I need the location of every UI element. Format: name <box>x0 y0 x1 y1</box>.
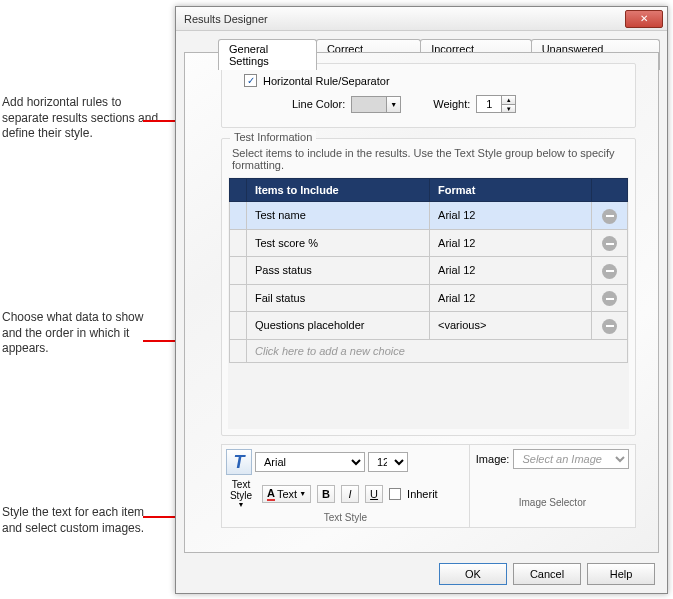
line-color-swatch[interactable] <box>351 96 387 113</box>
weight-input[interactable] <box>476 95 502 113</box>
text-color-button[interactable]: A Text ▼ <box>262 485 311 503</box>
table-row[interactable]: Test name Arial 12 <box>230 202 628 230</box>
text-style-section: T Arial 12 Text Style ▼ A Text <box>222 445 470 527</box>
bold-button[interactable]: B <box>317 485 335 503</box>
tab-page: Results Display ✓ Horizontal Rule/Separa… <box>184 52 659 553</box>
results-designer-dialog: Results Designer ✕ General Settings Corr… <box>175 6 668 594</box>
item-cell: Test score % <box>247 229 430 257</box>
format-cell: <various> <box>430 312 592 340</box>
dialog-footer: OK Cancel Help <box>439 563 655 585</box>
remove-icon[interactable] <box>602 209 617 224</box>
table-row[interactable]: Questions placeholder <various> <box>230 312 628 340</box>
remove-icon[interactable] <box>602 236 617 251</box>
item-cell: Pass status <box>247 257 430 285</box>
table-row[interactable]: Test score % Arial 12 <box>230 229 628 257</box>
item-cell: Questions placeholder <box>247 312 430 340</box>
text-style-dropdown-label[interactable]: Text Style <box>226 479 256 501</box>
font-family-select[interactable]: Arial <box>255 452 365 472</box>
hr-label: Horizontal Rule/Separator <box>263 75 390 87</box>
line-color-label: Line Color: <box>292 98 345 110</box>
items-table-wrap: Items to Include Format Test name Arial … <box>228 177 629 429</box>
annotation-horizontal-rules: Add horizontal rules to separate results… <box>2 95 162 142</box>
annotation-choose-data: Choose what data to show and the order i… <box>2 310 162 357</box>
hr-checkbox[interactable]: ✓ <box>244 74 257 87</box>
annotation-style-text: Style the text for each item and select … <box>2 505 162 536</box>
close-icon: ✕ <box>640 13 648 24</box>
image-label: Image: <box>476 453 510 465</box>
item-cell: Test name <box>247 202 430 230</box>
dialog-title: Results Designer <box>180 13 625 25</box>
table-row[interactable]: Fail status Arial 12 <box>230 284 628 312</box>
item-cell: Fail status <box>247 284 430 312</box>
inherit-label: Inherit <box>407 488 438 500</box>
cancel-button[interactable]: Cancel <box>513 563 581 585</box>
add-choice-hint: Click here to add a new choice <box>247 339 628 362</box>
test-info-hint: Select items to include in the results. … <box>228 145 629 177</box>
panel-label-text-style: Text Style <box>226 509 465 523</box>
format-cell: Arial 12 <box>430 229 592 257</box>
panel-label-image-selector: Image Selector <box>476 469 629 508</box>
tab-general-settings[interactable]: General Settings <box>218 39 317 70</box>
help-button[interactable]: Help <box>587 563 655 585</box>
weight-spin-up[interactable]: ▲ <box>502 95 516 104</box>
items-table: Items to Include Format Test name Arial … <box>229 178 628 363</box>
underline-button[interactable]: U <box>365 485 383 503</box>
col-remove <box>592 179 628 202</box>
col-selector <box>230 179 247 202</box>
remove-icon[interactable] <box>602 264 617 279</box>
add-choice-row[interactable]: Click here to add a new choice <box>230 339 628 362</box>
close-button[interactable]: ✕ <box>625 10 663 28</box>
inherit-checkbox[interactable] <box>389 488 401 500</box>
group-test-information: Test Information Select items to include… <box>221 138 636 436</box>
table-row[interactable]: Pass status Arial 12 <box>230 257 628 285</box>
text-style-panel: T Arial 12 Text Style ▼ A Text <box>221 444 636 528</box>
chevron-down-icon[interactable]: ▼ <box>226 501 256 509</box>
italic-button[interactable]: I <box>341 485 359 503</box>
remove-icon[interactable] <box>602 319 617 334</box>
format-cell: Arial 12 <box>430 202 592 230</box>
image-selector-section: Image: Select an Image Image Selector <box>470 445 635 527</box>
text-style-icon: T <box>226 449 252 475</box>
group-results-display: Results Display ✓ Horizontal Rule/Separa… <box>221 63 636 128</box>
format-cell: Arial 12 <box>430 257 592 285</box>
font-size-select[interactable]: 12 <box>368 452 408 472</box>
group-title-test-info: Test Information <box>230 131 316 143</box>
col-format: Format <box>430 179 592 202</box>
image-select[interactable]: Select an Image <box>513 449 629 469</box>
weight-label: Weight: <box>433 98 470 110</box>
col-items: Items to Include <box>247 179 430 202</box>
ok-button[interactable]: OK <box>439 563 507 585</box>
weight-spin-down[interactable]: ▼ <box>502 104 516 113</box>
line-color-dropdown[interactable]: ▼ <box>387 96 401 113</box>
format-cell: Arial 12 <box>430 284 592 312</box>
titlebar: Results Designer ✕ <box>176 7 667 31</box>
remove-icon[interactable] <box>602 291 617 306</box>
